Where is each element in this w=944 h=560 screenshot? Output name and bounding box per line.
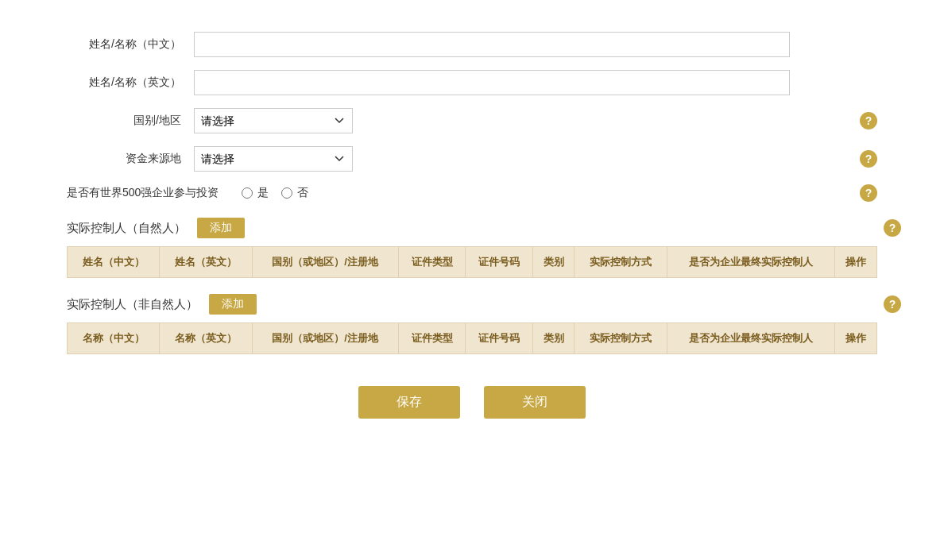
non-natural-person-section: 实际控制人（非自然人） 添加 ? 名称（中文） 名称（英文） 国别（或地区）/注…: [67, 294, 877, 354]
name-en-row: 姓名/名称（英文）: [67, 70, 845, 95]
non-natural-person-col-name-cn: 名称（中文）: [68, 323, 160, 354]
name-cn-row: 姓名/名称（中文）: [67, 32, 845, 57]
non-natural-person-help-icon[interactable]: ?: [884, 295, 901, 313]
non-natural-person-col-final-controller: 是否为企业最终实际控制人: [667, 323, 835, 354]
non-natural-person-col-cert-type: 证件类型: [398, 323, 465, 354]
non-natural-person-col-category: 类别: [532, 323, 575, 354]
natural-person-col-cert-no: 证件号码: [466, 247, 532, 278]
non-natural-person-title: 实际控制人（非自然人）: [67, 297, 198, 312]
country-label: 国别/地区: [67, 114, 194, 128]
page-container: 姓名/名称（中文） 姓名/名称（英文） 国别/地区 请选择 ? 资金来源地 请选…: [35, 16, 909, 450]
natural-person-col-name-en: 姓名（英文）: [160, 247, 252, 278]
fortune500-no-radio[interactable]: [281, 187, 292, 199]
non-natural-person-table: 名称（中文） 名称（英文） 国别（或地区）/注册地 证件类型 证件号码 类别 实…: [67, 322, 877, 354]
non-natural-person-header-row: 实际控制人（非自然人） 添加 ?: [67, 294, 877, 315]
fund-source-help-icon[interactable]: ?: [860, 150, 877, 168]
fortune500-no-text: 否: [297, 186, 308, 200]
close-button[interactable]: 关闭: [484, 386, 586, 419]
natural-person-table: 姓名（中文） 姓名（英文） 国别（或地区）/注册地 证件类型 证件号码 类别 实…: [67, 246, 877, 278]
fortune500-yes-radio[interactable]: [242, 187, 253, 199]
fortune500-radio-group: 是 否: [242, 186, 308, 200]
country-select[interactable]: 请选择: [194, 108, 353, 133]
natural-person-col-cert-type: 证件类型: [398, 247, 465, 278]
natural-person-help-icon[interactable]: ?: [884, 219, 901, 237]
fortune500-yes-label[interactable]: 是: [242, 186, 269, 200]
non-natural-person-col-cert-no: 证件号码: [466, 323, 532, 354]
non-natural-person-add-button[interactable]: 添加: [209, 294, 257, 315]
natural-person-col-operation: 操作: [835, 247, 877, 278]
natural-person-col-country: 国别（或地区）/注册地: [252, 247, 398, 278]
natural-person-col-control-method: 实际控制方式: [575, 247, 667, 278]
non-natural-person-col-country: 国别（或地区）/注册地: [252, 323, 398, 354]
fund-source-row: 资金来源地 请选择 ?: [67, 146, 877, 172]
fund-source-label: 资金来源地: [67, 152, 194, 166]
fortune500-row: 是否有世界500强企业参与投资 是 否 ?: [67, 184, 877, 202]
natural-person-table-header: 姓名（中文） 姓名（英文） 国别（或地区）/注册地 证件类型 证件号码 类别 实…: [68, 247, 877, 278]
natural-person-header-row: 实际控制人（自然人） 添加 ?: [67, 218, 877, 238]
fortune500-no-label[interactable]: 否: [281, 186, 308, 200]
name-en-input[interactable]: [194, 70, 790, 95]
country-row: 国别/地区 请选择 ?: [67, 108, 877, 133]
non-natural-person-col-operation: 操作: [835, 323, 877, 354]
non-natural-person-table-header: 名称（中文） 名称（英文） 国别（或地区）/注册地 证件类型 证件号码 类别 实…: [68, 323, 877, 354]
form-section: 姓名/名称（中文） 姓名/名称（英文） 国别/地区 请选择 ? 资金来源地 请选…: [67, 32, 877, 202]
natural-person-col-final-controller: 是否为企业最终实际控制人: [667, 247, 835, 278]
natural-person-col-name-cn: 姓名（中文）: [68, 247, 160, 278]
fortune500-label: 是否有世界500强企业参与投资: [67, 186, 242, 200]
fund-source-select[interactable]: 请选择: [194, 146, 353, 172]
save-button[interactable]: 保存: [358, 386, 460, 419]
name-en-label: 姓名/名称（英文）: [67, 75, 194, 90]
natural-person-add-button[interactable]: 添加: [197, 218, 245, 238]
natural-person-col-category: 类别: [532, 247, 575, 278]
non-natural-person-col-control-method: 实际控制方式: [575, 323, 667, 354]
fortune500-help-icon[interactable]: ?: [860, 184, 877, 202]
natural-person-title: 实际控制人（自然人）: [67, 221, 186, 236]
bottom-buttons: 保存 关闭: [67, 386, 877, 434]
name-cn-input[interactable]: [194, 32, 790, 57]
country-help-icon[interactable]: ?: [860, 112, 877, 129]
name-cn-label: 姓名/名称（中文）: [67, 37, 194, 52]
natural-person-section: 实际控制人（自然人） 添加 ? 姓名（中文） 姓名（英文） 国别（或地区）/注册…: [67, 218, 877, 278]
fortune500-yes-text: 是: [257, 186, 269, 200]
non-natural-person-col-name-en: 名称（英文）: [160, 323, 252, 354]
